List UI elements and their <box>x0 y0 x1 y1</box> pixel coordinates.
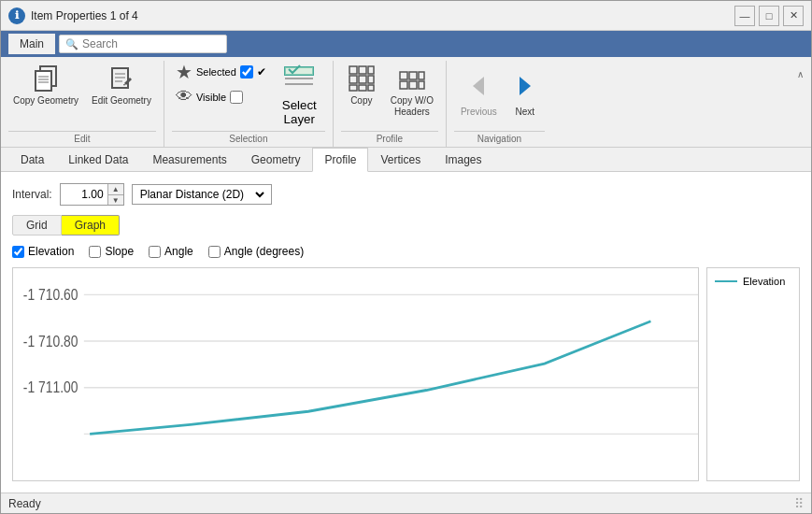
slope-check[interactable]: Slope <box>89 245 134 258</box>
copy-label: Copy <box>350 95 372 107</box>
tab-vertices[interactable]: Vertices <box>368 148 433 172</box>
elevation-checkbox[interactable] <box>12 246 24 258</box>
next-button[interactable]: Next <box>506 70 545 120</box>
svg-text:-1 710.80: -1 710.80 <box>23 334 78 350</box>
copy-geometry-label: Copy Geometry <box>13 95 78 107</box>
search-input[interactable] <box>82 37 221 50</box>
selection-group-label: Selection <box>172 131 325 147</box>
selected-checkbox[interactable] <box>240 65 253 79</box>
svg-marker-29 <box>520 77 531 95</box>
svg-rect-26 <box>409 81 417 89</box>
view-toggle: Grid Graph <box>12 215 800 236</box>
visible-checkbox[interactable] <box>230 91 243 104</box>
slope-label: Slope <box>105 245 134 258</box>
angle-degrees-checkbox[interactable] <box>208 246 221 258</box>
tab-profile[interactable]: Profile <box>312 148 368 172</box>
spin-buttons: ▲ ▼ <box>107 184 123 205</box>
graph-toggle-button[interactable]: Graph <box>62 215 120 236</box>
svg-rect-14 <box>359 66 366 74</box>
selected-row: ★ Selected ✔ <box>176 61 266 83</box>
svg-rect-10 <box>285 67 313 75</box>
copy-wo-headers-button[interactable]: Copy W/OHeaders <box>386 61 438 121</box>
maximize-button[interactable]: □ <box>759 6 779 26</box>
window-controls: — □ ✕ <box>734 6 804 26</box>
svg-rect-17 <box>359 76 366 83</box>
resize-grip[interactable]: ⠿ <box>794 496 804 511</box>
edit-geometry-label: Edit Geometry <box>92 95 151 107</box>
next-label: Next <box>516 107 535 117</box>
interval-spinner: 1.00 ▲ ▼ <box>60 183 124 206</box>
title-bar: ℹ Item Properties 1 of 4 — □ ✕ <box>1 1 811 31</box>
copy-icon <box>347 64 377 93</box>
tab-geometry[interactable]: Geometry <box>239 148 313 172</box>
angle-checkbox[interactable] <box>149 246 161 258</box>
select-layer-label: SelectLayer <box>282 98 317 126</box>
edit-group-label: Edit <box>8 131 156 147</box>
tab-data[interactable]: Data <box>8 148 56 172</box>
distance-select[interactable]: Planar Distance (2D) Planar Distance (3D… <box>136 187 267 202</box>
ribbon-group-navigation: Previous Next Navigation <box>447 61 552 147</box>
tab-linked-data[interactable]: Linked Data <box>56 148 140 172</box>
chart-wrapper: -1 710.60 -1 710.80 -1 711.00 <box>12 267 699 481</box>
status-bar: Ready ⠿ <box>1 493 811 513</box>
copy-button[interactable]: Copy <box>341 61 382 109</box>
svg-rect-21 <box>368 85 374 91</box>
ribbon: Copy Geometry Edit Geomet <box>1 57 811 148</box>
legend-elevation-label: Elevation <box>743 276 785 287</box>
selected-label: Selected <box>196 66 236 78</box>
previous-button[interactable]: Previous <box>454 70 504 120</box>
copy-geometry-button[interactable]: Copy Geometry <box>8 61 83 109</box>
close-button[interactable]: ✕ <box>783 6 804 26</box>
legend-elevation: Elevation <box>715 276 791 287</box>
svg-rect-18 <box>368 76 374 83</box>
search-icon: 🔍 <box>65 38 78 50</box>
profile-group-label: Profile <box>341 131 438 147</box>
edit-geometry-icon <box>107 64 136 93</box>
distance-dropdown[interactable]: Planar Distance (2D) Planar Distance (3D… <box>132 184 272 205</box>
svg-rect-20 <box>359 85 366 91</box>
svg-text:-1 710.60: -1 710.60 <box>23 287 78 303</box>
legend-line-elevation <box>715 280 737 282</box>
select-layer-button[interactable]: SelectLayer <box>274 61 325 129</box>
minimize-button[interactable]: — <box>734 6 755 26</box>
tab-images[interactable]: Images <box>433 148 493 172</box>
slope-checkbox[interactable] <box>89 246 101 258</box>
grid-toggle-button[interactable]: Grid <box>12 215 62 236</box>
ribbon-collapse-button[interactable]: ∧ <box>792 61 807 87</box>
svg-rect-13 <box>349 66 357 74</box>
svg-rect-15 <box>368 66 374 74</box>
select-layer-icon <box>283 64 315 96</box>
copy-wo-headers-label: Copy W/OHeaders <box>391 95 434 118</box>
svg-rect-24 <box>419 72 424 79</box>
selection-checkboxes: ★ Selected ✔ 👁 Visible <box>172 61 270 107</box>
next-icon <box>512 73 538 105</box>
svg-rect-1 <box>36 71 51 91</box>
svg-rect-25 <box>400 81 407 89</box>
angle-degrees-label: Angle (degrees) <box>224 245 304 258</box>
angle-degrees-check[interactable]: Angle (degrees) <box>208 245 304 258</box>
angle-label: Angle <box>164 245 193 258</box>
search-box[interactable]: 🔍 <box>59 35 227 53</box>
chart-legend: Elevation <box>706 267 800 481</box>
content-area: Interval: 1.00 ▲ ▼ Planar Distance (2D) … <box>1 172 811 493</box>
star-icon: ★ <box>176 61 192 83</box>
spin-down-button[interactable]: ▼ <box>108 194 123 205</box>
window-title: Item Properties 1 of 4 <box>31 9 729 22</box>
tab-measurements[interactable]: Measurements <box>140 148 238 172</box>
eye-icon: 👁 <box>176 87 192 107</box>
svg-rect-22 <box>400 72 407 79</box>
ribbon-group-selection: ★ Selected ✔ 👁 Visible <box>164 61 334 147</box>
edit-geometry-button[interactable]: Edit Geometry <box>87 61 156 109</box>
spin-up-button[interactable]: ▲ <box>108 184 123 194</box>
interval-input[interactable]: 1.00 <box>61 186 107 203</box>
svg-rect-27 <box>419 81 424 89</box>
visible-label: Visible <box>196 92 226 103</box>
angle-check[interactable]: Angle <box>149 245 193 258</box>
menu-tab-main[interactable]: Main <box>8 34 55 54</box>
copy-wo-headers-icon <box>397 64 427 93</box>
ribbon-group-profile: Copy Copy W/OHeaders <box>334 61 447 147</box>
elevation-check[interactable]: Elevation <box>12 245 74 258</box>
svg-rect-16 <box>349 76 357 83</box>
svg-text:-1 711.00: -1 711.00 <box>23 380 78 396</box>
menu-bar: Main 🔍 <box>1 31 811 57</box>
